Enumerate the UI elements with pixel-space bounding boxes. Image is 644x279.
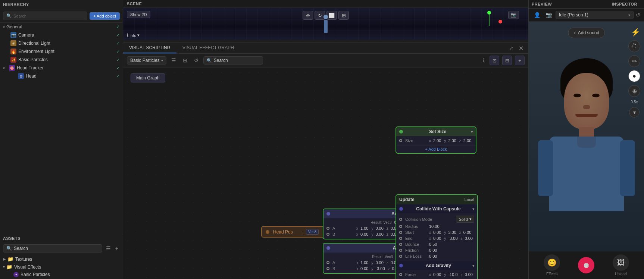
- rt-layers-button[interactable]: ⊕: [628, 85, 640, 97]
- vs-toolbar: Basic Particles ▾ ☰ ⊞ ↺ 🔍 Search ℹ ⊡ ⊟ +: [123, 54, 528, 68]
- update-title: Update: [399, 197, 415, 202]
- effects-button[interactable]: 😊 Effects: [544, 254, 560, 276]
- vs-list-button[interactable]: ☰: [169, 56, 178, 65]
- scene-title: SCENE: [127, 1, 142, 6]
- basic-particles-asset-icon: ✦: [13, 272, 19, 277]
- person-collar: [577, 137, 596, 148]
- vs-layout-button[interactable]: ⊟: [502, 56, 512, 65]
- gizmo-x-dot: [498, 20, 502, 23]
- preview-select-arrow-icon: ▾: [628, 13, 630, 17]
- env-light-icon: 🔥: [10, 48, 16, 54]
- asset-item-basic-particles[interactable]: ✦ Basic Particles: [3, 271, 120, 278]
- vs-refresh-button[interactable]: ↺: [192, 56, 200, 65]
- scene-tool-frame[interactable]: ⬜: [326, 11, 337, 20]
- general-check-icon: ✓: [116, 24, 120, 29]
- asset-folder-textures[interactable]: ▶ 📁 Textures: [3, 255, 120, 263]
- visual-effects-folder-icon: 📁: [6, 264, 12, 270]
- vtab-popout-button[interactable]: ⤢: [507, 44, 515, 52]
- set-size-x-label: x: [429, 139, 431, 143]
- asset-folder-visual-effects[interactable]: ▾ 📁 Visual Effects: [3, 263, 120, 271]
- start-z-label: z: [459, 231, 461, 235]
- add1-a-label: A: [332, 226, 355, 231]
- main-graph-tab[interactable]: Main Graph: [131, 73, 165, 82]
- tab-visual-effect-graph[interactable]: VISUAL EFFECT GRAPH: [176, 43, 240, 53]
- scene-body: Show 2D ⊕ ↻ ⬜ ⊞: [123, 8, 528, 40]
- vs-search[interactable]: 🔍 Search: [203, 56, 263, 65]
- assets-controls: ☰ +: [104, 245, 120, 252]
- tab-visual-scripting[interactable]: VISUAL SCRIPTING: [123, 43, 176, 53]
- show2d-button[interactable]: Show 2D: [127, 11, 150, 18]
- center-panel: SCENE Show 2D ⊕ ↻ ⬜ ⊞: [123, 0, 528, 279]
- radius-val: 10.00: [429, 224, 440, 229]
- preview-refresh-button[interactable]: ↺: [636, 12, 640, 18]
- set-size-y-label: y: [444, 139, 446, 143]
- tree-item-directional-light[interactable]: ☀ Directional Light ✓: [0, 39, 123, 47]
- add2-dot-icon: [326, 246, 330, 250]
- vs-add-button[interactable]: +: [515, 56, 525, 65]
- scene-tool-more[interactable]: ⊞: [338, 11, 349, 20]
- add2-b-z-label: z: [388, 267, 390, 271]
- record-button[interactable]: ⏺: [578, 257, 594, 273]
- tree-item-env-light[interactable]: 🔥 Environment Light ✓: [0, 47, 123, 56]
- set-size-icon: [399, 130, 403, 134]
- vtab-close-button[interactable]: ✕: [517, 44, 525, 53]
- vs-info-button[interactable]: ℹ: [481, 56, 487, 65]
- vs-canvas[interactable]: Main Graph: [123, 68, 528, 279]
- start-y-val: 3.00: [448, 230, 456, 235]
- set-size-z-label: z: [459, 139, 461, 143]
- end-z-label: z: [461, 236, 463, 241]
- scene-tool-move[interactable]: ⊕: [303, 11, 313, 20]
- hierarchy-search[interactable]: 🔍 Search: [3, 12, 87, 20]
- rt-brush-button[interactable]: ✏: [628, 55, 640, 67]
- set-size-title: Set Size: [429, 129, 446, 134]
- vs-grid-button[interactable]: ⊞: [181, 56, 189, 65]
- preview-avatar-button[interactable]: 👤: [532, 11, 542, 19]
- add-node-2-header: Add: [323, 244, 404, 253]
- head-pos-node[interactable]: Head Pos : Vec3: [261, 226, 331, 238]
- info-label: Info: [129, 33, 136, 38]
- vs-search-label: Search: [214, 58, 228, 63]
- set-size-field-label: Size: [405, 138, 428, 143]
- force-dot-icon: [399, 273, 402, 276]
- set-size-expand-icon[interactable]: ▾: [471, 130, 473, 134]
- upload-button[interactable]: 🖼 Upload: [613, 254, 629, 276]
- info-button[interactable]: ℹ Info ▾: [127, 33, 140, 38]
- add-gravity-expand-icon[interactable]: ▾: [472, 264, 474, 268]
- camera-label: Camera: [18, 32, 116, 38]
- particles-icon: ✨: [10, 57, 16, 63]
- vs-graph-select[interactable]: Basic Particles ▾: [127, 56, 166, 65]
- rt-expand-button[interactable]: ▾: [629, 107, 640, 117]
- vs-save-button[interactable]: ⊡: [490, 56, 499, 65]
- tree-item-camera[interactable]: 📷 Camera ✓: [0, 31, 123, 39]
- add2-a-y-val: 0.00: [375, 260, 383, 265]
- assets-search-input[interactable]: 🔍 Search: [3, 244, 102, 253]
- collide-expand-icon[interactable]: ▾: [472, 207, 474, 211]
- collision-mode-select[interactable]: Solid ▾: [456, 216, 474, 223]
- set-size-node: Set Size ▾ Size x2.00 y2.00 z2.00 + Add …: [396, 126, 476, 154]
- camera-button[interactable]: 📷: [508, 11, 519, 19]
- force-label: Force: [405, 272, 428, 277]
- head-tracker-icon: 🎯: [9, 65, 15, 71]
- add1-b-y-label: y: [371, 232, 373, 236]
- general-section[interactable]: ▾ General ✓: [0, 23, 123, 31]
- radius-dot-icon: [399, 225, 402, 228]
- add-object-button[interactable]: + Add object: [90, 12, 120, 20]
- general-label: General: [6, 24, 22, 29]
- tree-item-basic-particles[interactable]: ✨ Basic Particles ✓: [0, 56, 123, 64]
- tree-item-head[interactable]: ⊕ Head ✓: [0, 72, 123, 80]
- assets-list-button[interactable]: ☰: [104, 245, 112, 252]
- scene-character: [323, 15, 328, 33]
- force-y-val: -10.0: [448, 272, 457, 277]
- rt-circle-button[interactable]: ●: [628, 70, 640, 82]
- preview-person-select[interactable]: Idle (Person 1) ▾: [556, 11, 634, 19]
- scene-area: SCENE Show 2D ⊕ ↻ ⬜ ⊞: [123, 0, 528, 43]
- rt-timer-button[interactable]: ⏱: [628, 40, 640, 52]
- set-size-add-block[interactable]: + Add Block: [396, 145, 476, 153]
- add-sound-button[interactable]: ♪ Add sound: [568, 28, 605, 38]
- collide-section: Collision Mode Solid ▾ Radius 10.00: [396, 213, 477, 261]
- add2-a-x-val: 1.00: [360, 260, 368, 265]
- assets-add-button[interactable]: +: [114, 245, 120, 252]
- preview-camera-button[interactable]: 📷: [544, 11, 553, 19]
- tree-item-head-tracker[interactable]: ▾ 🎯 Head Tracker ✓: [0, 64, 123, 72]
- end-x-label: x: [429, 236, 431, 241]
